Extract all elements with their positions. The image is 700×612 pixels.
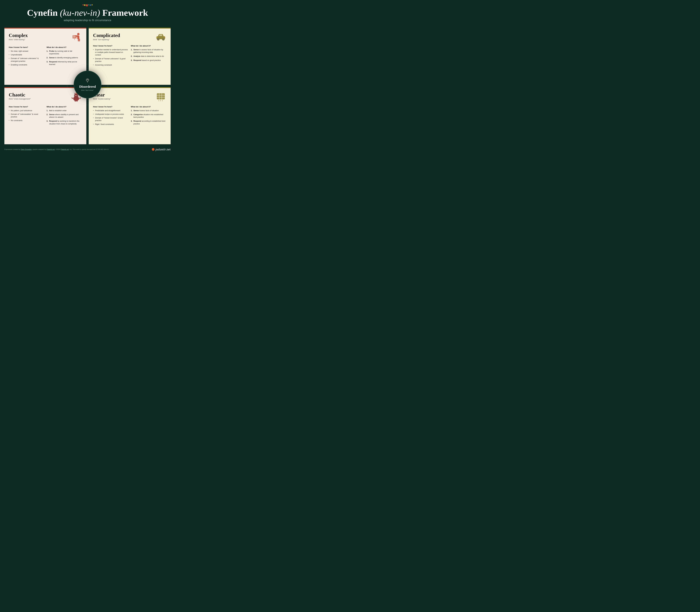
logo-dots bbox=[3, 4, 172, 6]
clear-icon bbox=[155, 92, 166, 103]
complicated-think: think "car-repairing" bbox=[93, 39, 120, 41]
complicated-how-heading: How I know I'm here? bbox=[93, 45, 129, 47]
svg-point-15 bbox=[163, 39, 164, 40]
list-item: Sense to assess facts of situation by ga… bbox=[131, 48, 166, 54]
dot-5 bbox=[90, 4, 91, 6]
list-item: Sense to identify emerging patterns bbox=[46, 56, 82, 59]
dot-6 bbox=[92, 4, 93, 5]
svg-rect-11 bbox=[159, 34, 162, 36]
complex-think: think "child-rearing" bbox=[9, 39, 28, 41]
complicated-what-col: What do I do about it? Sense to assess f… bbox=[131, 45, 166, 67]
clear-what-heading: What do I do about it? bbox=[131, 106, 166, 108]
list-item: Analyze data to determine what to do bbox=[131, 55, 166, 58]
complicated-icon bbox=[155, 33, 166, 42]
dot-4 bbox=[88, 4, 89, 5]
palantir-logo-dot bbox=[152, 148, 154, 151]
svg-point-13 bbox=[158, 39, 159, 40]
header: Cynefin (ku-nev-in) Framework adapting l… bbox=[0, 0, 175, 25]
list-item: Sense where stability is present and whe… bbox=[46, 113, 82, 119]
complex-header: Complex think "child-rearing" bbox=[9, 33, 82, 44]
chaotic-how-col: How I know I'm here? No pattern, just tu… bbox=[9, 106, 44, 126]
list-item: Predictable and straightforward bbox=[93, 109, 129, 112]
complex-title: Complex bbox=[9, 33, 28, 38]
complex-how-list: No clear, right answer Unpredictable Dom… bbox=[9, 50, 44, 66]
dot-1 bbox=[82, 4, 83, 5]
svg-rect-16 bbox=[156, 37, 157, 38]
palantir-link-1[interactable]: Palantir.net bbox=[47, 149, 55, 150]
clear-content: How I know I'm here? Predictable and str… bbox=[93, 106, 166, 127]
complicated-header: Complicated think "car-repairing" bbox=[93, 33, 166, 42]
chaotic-think: think "crisis-management" bbox=[9, 98, 31, 100]
chaotic-content: How I know I'm here? No pattern, just tu… bbox=[9, 106, 82, 126]
palantir-logo-text: palantir.net bbox=[156, 148, 171, 151]
list-item: Respond by working to transform the situ… bbox=[46, 120, 82, 125]
dot-3 bbox=[86, 4, 88, 6]
svg-point-32 bbox=[71, 69, 104, 100]
list-item: Rigid / fixed constraints bbox=[93, 123, 129, 126]
chaotic-what-col: What do I do about it? Act to establish … bbox=[46, 106, 82, 126]
svg-rect-3 bbox=[78, 39, 79, 41]
chaotic-title-block: Chaotic think "crisis-management" bbox=[9, 92, 31, 100]
complex-title-block: Complex think "child-rearing" bbox=[9, 33, 28, 41]
complicated-title-block: Complicated think "car-repairing" bbox=[93, 33, 120, 41]
svg-rect-4 bbox=[79, 39, 80, 41]
footer: Framework created by Dave Snowden, graph… bbox=[0, 146, 175, 153]
list-item: No pattern, just turbulence bbox=[9, 109, 44, 112]
list-item: Categorize situation into established be… bbox=[131, 113, 166, 119]
complex-how-col: How I know I'm here? No clear, right ans… bbox=[9, 46, 44, 67]
clear-what-col: What do I do about it? Sense Assess fact… bbox=[131, 106, 166, 127]
list-item: Expertise needed to understand process o… bbox=[93, 48, 129, 56]
svg-rect-26 bbox=[157, 93, 165, 99]
list-item: Act to establish order bbox=[46, 109, 82, 112]
complex-what-heading: What do I do about it? bbox=[46, 46, 82, 48]
list-item: No clear, right answer bbox=[9, 50, 44, 53]
clear-how-col: How I know I'm here? Predictable and str… bbox=[93, 106, 129, 127]
subtitle: adapting leadership to fit circumstance bbox=[3, 19, 172, 22]
main-title: Cynefin (ku-nev-in) Framework bbox=[3, 8, 172, 18]
list-item: Undisputed recipe or process exists bbox=[93, 113, 129, 115]
svg-rect-17 bbox=[164, 37, 165, 38]
list-item: Enabling constraints bbox=[9, 64, 44, 66]
svg-point-0 bbox=[77, 33, 80, 35]
complicated-title: Complicated bbox=[93, 33, 120, 38]
list-item: Unpredictable bbox=[9, 54, 44, 56]
dot-2 bbox=[84, 4, 85, 6]
chaotic-title: Chaotic bbox=[9, 92, 31, 97]
dave-snowden-link[interactable]: Dave Snowden bbox=[21, 149, 32, 150]
list-item: Respond based on good practice bbox=[131, 59, 166, 61]
list-item: Domain of "known knowns" & best practice bbox=[93, 116, 129, 122]
disordered-circle: Disordered think "don't know" bbox=[73, 71, 102, 98]
list-item: Respond according to established best pr… bbox=[131, 120, 166, 125]
footer-text: Framework created by Dave Snowden, graph… bbox=[4, 149, 109, 150]
complex-icon bbox=[72, 33, 82, 44]
clear-how-list: Predictable and straightforward Undisput… bbox=[93, 109, 129, 126]
chaotic-how-heading: How I know I'm here? bbox=[9, 106, 44, 108]
list-item: No constraints bbox=[9, 119, 44, 122]
quadrant-grid: Complex think "child-rearing" bbox=[0, 25, 175, 144]
footer-logo: palantir.net bbox=[152, 148, 171, 151]
palantir-link-2[interactable]: Palantir.net bbox=[61, 149, 69, 150]
svg-rect-1 bbox=[77, 36, 79, 39]
complicated-what-heading: What do I do about it? bbox=[131, 45, 166, 47]
clear-what-list: Sense Assess facts of situation Categori… bbox=[131, 109, 166, 125]
list-item: Sense Assess facts of situation bbox=[131, 109, 166, 112]
svg-point-31 bbox=[67, 64, 108, 105]
list-item: Domain of "unknown unknowns" & emergent … bbox=[9, 57, 44, 62]
complex-how-heading: How I know I'm here? bbox=[9, 46, 44, 48]
complicated-what-list: Sense to assess facts of situation by ga… bbox=[131, 48, 166, 61]
list-item: Domain of "unknowables" & novel practice bbox=[9, 113, 44, 118]
chaotic-what-list: Act to establish order Sense where stabi… bbox=[46, 109, 82, 125]
chaotic-how-list: No pattern, just turbulence Domain of "u… bbox=[9, 109, 44, 122]
list-item: Probe by running safe to fail experiment… bbox=[46, 50, 82, 55]
